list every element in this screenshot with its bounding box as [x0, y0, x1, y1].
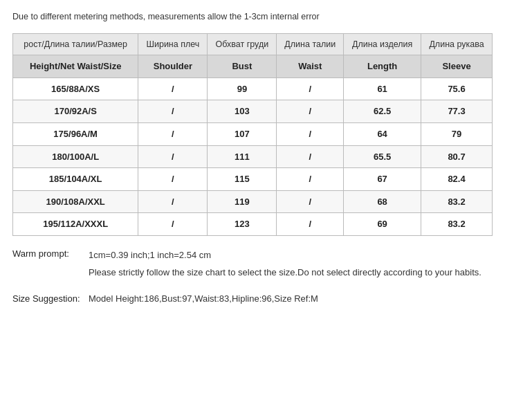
- table-row: 180/100A/L/111/65.580.7: [13, 145, 493, 168]
- table-row: 185/104A/XL/115/6782.4: [13, 168, 493, 191]
- sleeve-cell: 77.3: [421, 100, 493, 123]
- size-chart: рост/Длина талии/Размер Ширина плеч Обхв…: [12, 33, 493, 236]
- col-header-bust-en: Bust: [208, 55, 277, 78]
- waist-cell: /: [277, 77, 344, 100]
- warm-row-1: Warm prompt: 1cm=0.39 inch;1 inch=2.54 c…: [12, 248, 493, 262]
- waist-cell: /: [277, 100, 344, 123]
- shoulder-cell: /: [138, 145, 208, 168]
- col-header-sleeve-en: Sleeve: [421, 55, 493, 78]
- warm-prompt-line2: Please strictly follow the size chart to…: [89, 266, 493, 280]
- measurement-note: Due to different metering methods, measu…: [12, 11, 493, 24]
- table-header-row-1: рост/Длина талии/Размер Ширина плеч Обхв…: [13, 33, 493, 55]
- size-cell: 195/112A/XXXL: [13, 213, 138, 236]
- length-cell: 67: [344, 168, 421, 191]
- shoulder-cell: /: [138, 77, 208, 100]
- length-cell: 68: [344, 190, 421, 213]
- col-header-bust-ru: Обхват груди: [208, 33, 277, 55]
- col-header-waist-ru: Длина талии: [277, 33, 344, 55]
- table-row: 190/108A/XXL/119/6883.2: [13, 190, 493, 213]
- length-cell: 61: [344, 77, 421, 100]
- waist-cell: /: [277, 213, 344, 236]
- shoulder-cell: /: [138, 190, 208, 213]
- waist-cell: /: [277, 145, 344, 168]
- col-header-shoulder-ru: Ширина плеч: [138, 33, 208, 55]
- sleeve-cell: 83.2: [421, 213, 493, 236]
- shoulder-cell: /: [138, 168, 208, 191]
- table-row: 165/88A/XS/99/6175.6: [13, 77, 493, 100]
- size-cell: 175/96A/M: [13, 123, 138, 146]
- warm-prompt-section: Warm prompt: 1cm=0.39 inch;1 inch=2.54 c…: [12, 248, 493, 284]
- table-row: 195/112A/XXXL/123/6983.2: [13, 213, 493, 236]
- length-cell: 64: [344, 123, 421, 146]
- shoulder-cell: /: [138, 100, 208, 123]
- sleeve-cell: 75.6: [421, 77, 493, 100]
- size-cell: 165/88A/XS: [13, 77, 138, 100]
- bust-cell: 119: [208, 190, 277, 213]
- shoulder-cell: /: [138, 123, 208, 146]
- col-header-size-ru: рост/Длина талии/Размер: [13, 33, 138, 55]
- col-header-sleeve-ru: Длина рукава: [421, 33, 493, 55]
- size-cell: 185/104A/XL: [13, 168, 138, 191]
- col-header-waist-en: Waist: [277, 55, 344, 78]
- bust-cell: 115: [208, 168, 277, 191]
- waist-cell: /: [277, 123, 344, 146]
- col-header-shoulder-en: Shoulder: [138, 55, 208, 78]
- sleeve-cell: 79: [421, 123, 493, 146]
- table-row: 170/92A/S/103/62.577.3: [13, 100, 493, 123]
- sleeve-cell: 83.2: [421, 190, 493, 213]
- sleeve-cell: 82.4: [421, 168, 493, 191]
- waist-cell: /: [277, 190, 344, 213]
- bust-cell: 107: [208, 123, 277, 146]
- bust-cell: 103: [208, 100, 277, 123]
- length-cell: 69: [344, 213, 421, 236]
- size-cell: 170/92A/S: [13, 100, 138, 123]
- size-cell: 180/100A/L: [13, 145, 138, 168]
- waist-cell: /: [277, 168, 344, 191]
- col-header-size-en: Height/Net Waist/Size: [13, 55, 138, 78]
- bust-cell: 123: [208, 213, 277, 236]
- length-cell: 65.5: [344, 145, 421, 168]
- sleeve-cell: 80.7: [421, 145, 493, 168]
- warm-prompt-line1: 1cm=0.39 inch;1 inch=2.54 cm: [89, 248, 493, 262]
- length-cell: 62.5: [344, 100, 421, 123]
- size-suggestion-section: Size Suggestion: Model Height:186,Bust:9…: [12, 293, 493, 304]
- size-cell: 190/108A/XXL: [13, 190, 138, 213]
- shoulder-cell: /: [138, 213, 208, 236]
- warm-row-2: Please strictly follow the size chart to…: [12, 266, 493, 280]
- table-header-row-2: Height/Net Waist/Size Shoulder Bust Wais…: [13, 55, 493, 78]
- col-header-length-en: Length: [344, 55, 421, 78]
- bust-cell: 111: [208, 145, 277, 168]
- size-suggestion-label: Size Suggestion:: [12, 293, 89, 304]
- bust-cell: 99: [208, 77, 277, 100]
- size-suggestion-value: Model Height:186,Bust:97,Waist:83,Hiplin…: [89, 293, 493, 304]
- col-header-length-ru: Длина изделия: [344, 33, 421, 55]
- table-row: 175/96A/M/107/6479: [13, 123, 493, 146]
- warm-prompt-label: Warm prompt:: [12, 248, 89, 259]
